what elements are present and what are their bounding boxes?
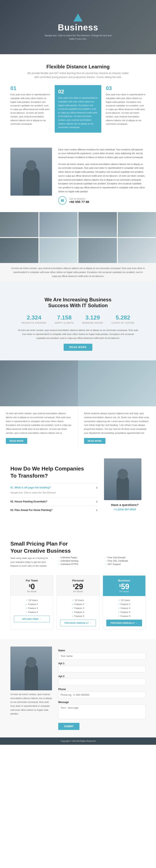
currency-team: $: [29, 584, 31, 588]
business-feature-5: Feature 5: [106, 615, 142, 618]
stat-3: 3.129 WORKING HOURS: [82, 314, 103, 324]
pricing-feature-2: Unlimited Hosting: [57, 560, 99, 562]
business-feature-2: Feature 2: [106, 603, 142, 606]
currency-personal: $: [73, 584, 75, 588]
gallery-item-3: [78, 212, 117, 237]
faq-q3-text: 03. Plan Ahead For Home Painting?: [10, 509, 52, 512]
hero-triangle-icon: [73, 13, 83, 22]
stats-row: 2.324 PROJECTS FINISHED 7.158 HAPPY CLIE…: [10, 314, 146, 324]
phone-icon: ☎: [58, 196, 67, 205]
pricing-section: Small Pricing Plan For Your Creative Bus…: [0, 524, 156, 639]
pricing-features-col1: Unlimited Pages Unlimited Hosting Unlimi…: [57, 556, 99, 569]
faq-q2-text: 02. House Painting Essentials?: [10, 500, 47, 503]
currency-business: $: [119, 584, 121, 588]
pricing-feature-4: Free Sub-Domain: [105, 556, 146, 559]
stat-num-2: 7.158: [55, 314, 74, 321]
apt1-label: Apt 1: [58, 662, 146, 665]
flexible-columns: 01 Duis aute irure dolor in reprehenderi…: [10, 85, 146, 132]
name-label: Name: [58, 649, 146, 652]
apt2-input[interactable]: [58, 679, 146, 685]
faq-item-2: 02. House Painting Essentials? ∨: [10, 497, 98, 506]
flex-text-1: Duis aute irure dolor in reprehenderit i…: [10, 93, 50, 126]
gallery: [0, 212, 156, 263]
pricing-description: Start using static.app as a hosting for …: [10, 556, 51, 569]
pricing-title: Small Pricing Plan For Your Creative Bus…: [10, 533, 146, 555]
hero-subtitle: Sample text. Click to select the Text El…: [43, 34, 113, 41]
blog-images-row: [0, 361, 156, 406]
business-feature-1: 10 Users: [106, 599, 142, 602]
gallery-item-8: [118, 238, 156, 263]
pricing-card-personal: Personal $ 29 Per Month 10 Users Feature…: [56, 576, 100, 629]
gallery-item-1: [0, 212, 38, 237]
blog-text-1: Ut enim ad minim veniam, qua nostrud exe…: [0, 406, 78, 448]
team-feature-2: Feature 2: [14, 603, 50, 606]
blog-read-more-2[interactable]: READ MORE: [84, 438, 106, 444]
phone-input[interactable]: [58, 691, 146, 698]
contact-form: Name Apt 1 Apt 2 Phone Message SUBMIT: [58, 647, 146, 730]
contact-person-image: [10, 647, 52, 690]
pricing-features-col2: Free Sub-Domain Free SSL Certificate 24/…: [105, 556, 146, 569]
submit-button[interactable]: SUBMIT: [58, 723, 79, 730]
gallery-item-6: [39, 238, 78, 263]
blog-image-2: [78, 361, 156, 406]
stat-label-3: WORKING HOURS: [82, 322, 103, 324]
stat-num-3: 3.129: [82, 314, 103, 321]
personal-feature-3: Feature 3: [60, 607, 96, 610]
stats-read-more-button[interactable]: READ MORE: [64, 344, 92, 351]
blog-paragraph-1: Ut enim ad minim veniam, qua nostrud exe…: [6, 411, 72, 435]
business-feature-3: Feature 3: [106, 607, 142, 610]
pricing-feature-1: Unlimited Pages: [57, 556, 99, 559]
stat-label-1: PROJECTS FINISHED: [22, 322, 47, 324]
stats-section: We Are Increasing Business Success With …: [0, 281, 156, 361]
stats-text: Ut enim ad minim veniam, qua nostrud exe…: [18, 328, 138, 340]
pricing-desc-text: Start using static.app as a hosting for …: [10, 556, 51, 568]
blog-image-1: [0, 361, 78, 406]
hero-title: Business: [43, 23, 113, 32]
faq-item-3: 03. Plan Ahead For Home Painting? ∨: [10, 506, 98, 514]
blog-section: Ut enim ad minim veniam, qua nostrud exe…: [0, 361, 156, 448]
pricing-card-team-type: For Team: [14, 579, 50, 582]
personal-feature-2: Feature 2: [60, 603, 96, 606]
call-label: Call Us Anytime: [69, 197, 89, 200]
blog-read-more-1[interactable]: READ MORE: [6, 438, 27, 444]
faq-question-2[interactable]: 02. House Painting Essentials? ∨: [10, 500, 98, 503]
flex-text-3: Duis aute irure dolor in reprehenderit i…: [106, 93, 146, 126]
stats-title: We Are Increasing Business Success With …: [10, 291, 146, 308]
flexible-title: Flexible Distance Learning: [10, 64, 146, 70]
faq-question-1[interactable]: 01. What is off page link building? ∧: [10, 486, 98, 489]
pricing-card-team-body: 10 Users Feature 2 Feature 3 Feature 4 U…: [11, 596, 53, 625]
pricing-card-personal-body: 10 Users Feature 2 Feature 3 Feature 4 F…: [57, 596, 99, 629]
chevron-down-icon-2: ∨: [96, 500, 98, 503]
pricing-card-team-header: For Team $ 0 Per Month: [11, 576, 53, 596]
pricing-card-business: Business $ 59 Per Month 10 Users Feature…: [103, 576, 146, 629]
pricing-intro: Start using static.app as a hosting for …: [10, 556, 146, 569]
team-feature-3: Feature 3: [14, 607, 50, 610]
faq-right: Have a questions? +1 (234) 567-8910: [104, 458, 146, 514]
pricing-btn-personal[interactable]: Proceed Annually →: [60, 620, 96, 626]
stat-2: 7.158 HAPPY CLIENTS: [55, 314, 74, 324]
gallery-item-4: [118, 212, 156, 237]
message-textarea[interactable]: [58, 705, 146, 719]
personal-feature-5: Feature 5: [60, 615, 96, 618]
pricing-btn-business[interactable]: Proceed Annually →: [106, 620, 142, 626]
hero-section: Business Sample text. Click to select th…: [0, 0, 156, 54]
pricing-card-business-body: 10 Users Feature 2 Feature 3 Feature 4 F…: [103, 596, 145, 629]
call-info: Call Us Anytime +92 555 77 88: [69, 197, 89, 204]
faq-q1-text: 01. What is off page link building?: [10, 486, 51, 489]
apt1-input[interactable]: [58, 666, 146, 672]
flex-col-2: 02 Duis aute irure dolor in reprehenderi…: [55, 85, 101, 132]
personal-feature-1: 10 Users: [60, 599, 96, 602]
pricing-card-personal-period: Per Month: [60, 590, 96, 593]
gallery-item-5: [0, 238, 38, 263]
pricing-btn-team[interactable]: Upload Free →: [14, 616, 50, 622]
contact-person: Ut enim ad minim veniam, quis nostrud ex…: [10, 647, 52, 730]
faq-question-3[interactable]: 03. Plan Ahead For Home Painting? ∨: [10, 508, 98, 512]
faq-item-1: 01. What is off page link building? ∧ Sa…: [10, 483, 98, 497]
pricing-card-personal-price: $ 29: [60, 583, 96, 590]
name-input[interactable]: [58, 653, 146, 659]
pricing-card-personal-header: Personal $ 29 Per Month: [57, 576, 99, 596]
footer-text: Copyright © 2019 All Rights Reserved: [61, 740, 95, 742]
person-text-1: Each color evokes different emotions for…: [58, 148, 146, 159]
person-section: Each color evokes different emotions for…: [0, 140, 156, 212]
contact-section: Ut enim ad minim veniam, quis nostrud ex…: [0, 639, 156, 738]
